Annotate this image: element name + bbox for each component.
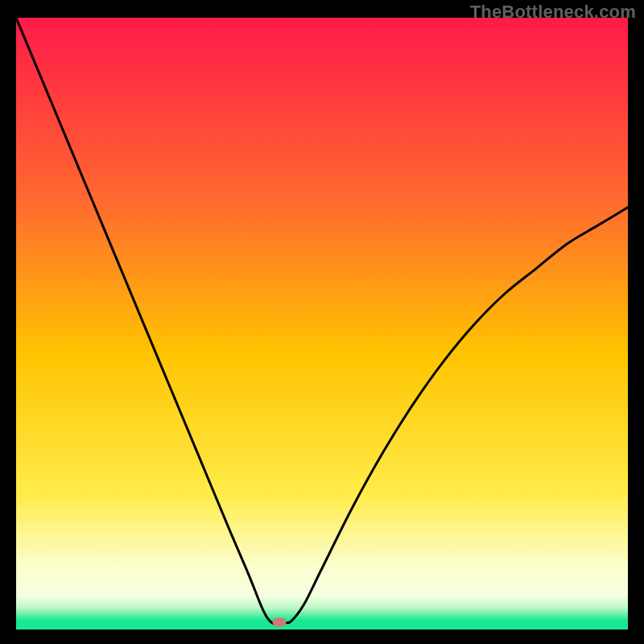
bottleneck-curve (16, 18, 628, 630)
watermark-text: TheBottleneck.com (470, 2, 636, 23)
plot-area (16, 18, 628, 630)
chart-frame: TheBottleneck.com (0, 0, 644, 644)
optimum-marker (272, 617, 286, 626)
